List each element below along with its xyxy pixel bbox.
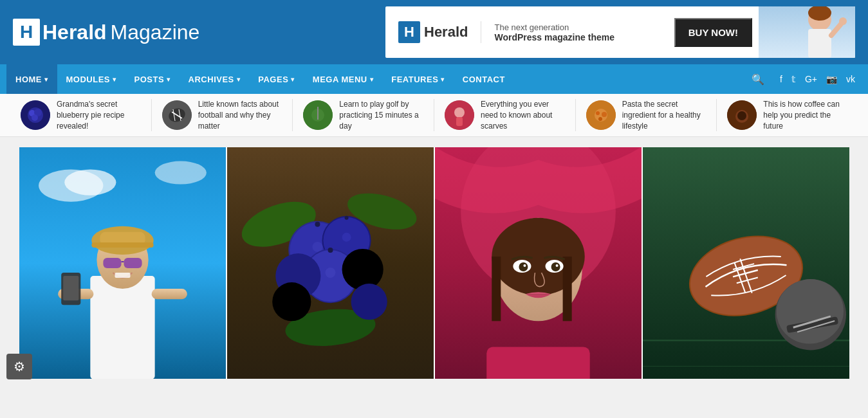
svg-point-28 [598,117,602,121]
ticker-thumb-2 [162,100,192,130]
ticker-text-6: This is how coffee can help you predict … [763,99,847,131]
ticker-item-2[interactable]: Little known facts about football and wh… [152,99,293,131]
nav-arrow-posts: ▾ [167,76,171,83]
facebook-icon[interactable]: f [780,74,782,84]
hero-panel-woman-pink[interactable] [435,147,642,379]
ticker-text-5: Pasta the secret ingredient for a health… [622,99,706,131]
svg-rect-81 [486,347,590,379]
ad-logo-section: H Herald [385,21,481,43]
nav-item-home[interactable]: HOME ▾ [6,64,57,94]
nav-link-posts[interactable]: POSTS ▾ [125,64,180,94]
svg-rect-42 [124,258,142,268]
nav-item-posts[interactable]: POSTS ▾ [125,64,180,94]
svg-point-79 [523,264,526,267]
nav-label-archives: ARCHIVES [189,75,234,84]
ad-person-image [759,6,855,58]
nav-link-pages[interactable]: PAGES ▾ [249,64,304,94]
ticker-thumb-3 [303,100,333,130]
svg-point-22 [454,107,465,118]
nav-link-megamenu[interactable]: MEGA MENU ▾ [304,64,382,94]
hero-panel-lady-svg [19,147,226,379]
social-links: f 𝕥 G+ 📷 vk [773,74,862,84]
nav-item-contact[interactable]: CONTACT [454,64,514,94]
hero-panel-woman-svg [435,147,642,379]
svg-point-34 [64,170,116,195]
nav-label-megamenu: MEGA MENU [313,75,367,84]
twitter-icon[interactable]: 𝕥 [791,74,796,84]
ticker-text-2: Little known facts about football and wh… [198,99,282,131]
ticker-thumb-1 [21,100,50,130]
ticker-item-6[interactable]: This is how coffee can help you predict … [717,99,858,131]
search-icon[interactable]: 🔍 [743,73,773,86]
nav-link-archives[interactable]: ARCHIVES ▾ [180,64,250,94]
svg-point-11 [32,114,38,121]
svg-point-31 [737,111,746,120]
svg-point-6 [839,17,847,25]
nav-label-features: FEATURES [391,75,438,84]
svg-point-64 [272,282,311,321]
nav-item-pages[interactable]: PAGES ▾ [249,64,304,94]
nav-arrow-pages: ▾ [291,76,295,83]
ticker-item-1[interactable]: Grandma's secret blueberry pie recipe re… [10,99,152,131]
nav-item-features[interactable]: FEATURES ▾ [382,64,454,94]
svg-rect-3 [808,29,831,58]
settings-button[interactable]: ⚙ [6,354,32,379]
svg-point-61 [325,268,335,278]
ad-person-svg [759,6,855,58]
nav-link-contact[interactable]: CONTACT [454,64,514,94]
ad-brand: Herald [424,24,468,41]
ticker-text-1: Grandma's secret blueberry pie recipe re… [57,99,141,131]
svg-point-63 [342,249,383,290]
svg-rect-23 [456,117,463,126]
nav-arrow-megamenu: ▾ [370,76,374,83]
hero-panel-blueberries[interactable] [227,147,434,379]
nav-link-home[interactable]: HOME ▾ [6,64,57,94]
hero-panel-blueberries-svg [227,147,434,379]
hero-panel-lady[interactable] [19,147,226,379]
nav-item-modules[interactable]: MODULES ▾ [57,64,125,94]
nav-link-modules[interactable]: MODULES ▾ [57,64,125,94]
svg-rect-1 [759,6,855,58]
ad-buy-button[interactable]: BUY NOW! [674,18,752,47]
logo-name-bold: Herald [42,21,107,44]
ticker-item-4[interactable]: Everything you ever need to known about … [434,99,576,131]
nav-arrow-archives: ▾ [237,76,241,83]
nav-items-list: HOME ▾ MODULES ▾ POSTS ▾ ARCHIVES ▾ PAGE [6,64,743,94]
svg-point-27 [602,112,607,117]
ticker-thumb-4 [445,100,474,130]
hero-panel-football-svg [643,147,849,379]
ticker-bar: Grandma's secret blueberry pie recipe re… [0,94,868,137]
instagram-icon[interactable]: 📷 [826,74,837,84]
nav-item-megamenu[interactable]: MEGA MENU ▾ [304,64,382,94]
hero-panel-football[interactable] [643,147,849,379]
ad-tagline-line2: WordPress magazine theme [494,32,661,42]
svg-rect-36 [90,276,154,379]
svg-rect-46 [152,289,187,300]
svg-point-80 [556,264,559,267]
svg-point-68 [328,248,333,253]
ticker-item-5[interactable]: Pasta the secret ingredient for a health… [576,99,717,131]
svg-rect-73 [492,257,501,321]
ad-h-letter: H [398,21,420,43]
googleplus-icon[interactable]: G+ [805,74,817,84]
site-header: H Herald Magazine H Herald The next gene… [0,0,868,64]
logo-name-light: Magazine [111,21,200,44]
svg-rect-40 [91,242,153,248]
nav-arrow-home: ▾ [44,76,48,83]
nav-link-features[interactable]: FEATURES ▾ [382,64,454,94]
svg-point-26 [596,111,600,115]
ad-image [759,6,855,58]
ad-tagline-line1: The next generation [494,23,661,32]
ticker-text-3: Learn to play golf by practicing 15 minu… [339,99,423,131]
nav-label-posts: POSTS [134,75,165,84]
site-logo[interactable]: H Herald Magazine [13,19,199,46]
vk-icon[interactable]: vk [846,74,855,84]
ticker-thumb-6 [727,100,757,130]
svg-rect-41 [103,258,121,268]
nav-label-pages: PAGES [258,75,288,84]
ticker-item-3[interactable]: Learn to play golf by practicing 15 minu… [293,99,434,131]
nav-item-archives[interactable]: ARCHIVES ▾ [180,64,250,94]
logo-h-letter: H [13,19,40,46]
svg-rect-44 [115,273,130,278]
svg-rect-48 [63,276,78,300]
